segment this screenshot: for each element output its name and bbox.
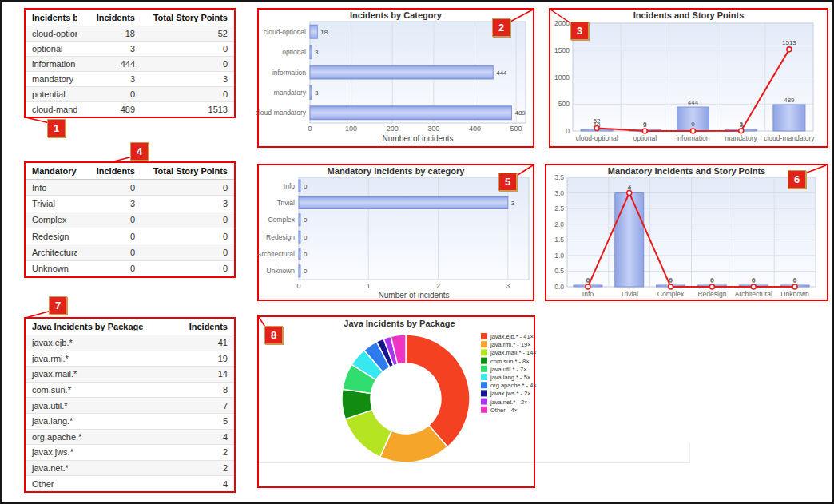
row-value: 489 — [77, 102, 141, 117]
row-label: Redesign — [26, 228, 77, 244]
svg-text:Mandatory Incidents by categor: Mandatory Incidents by category — [328, 166, 466, 176]
table-row: Unknown00 — [26, 260, 234, 276]
highlight-box-5: Mandatory Incidents by category01230Info… — [257, 164, 534, 301]
row-value: 444 — [77, 57, 141, 72]
svg-text:200: 200 — [387, 125, 399, 133]
svg-text:0: 0 — [586, 276, 590, 284]
svg-text:Unknown: Unknown — [267, 267, 296, 275]
table-row: java.lang.*5 — [26, 413, 234, 429]
row-label: Info — [26, 180, 77, 196]
row-label: Architectural — [26, 244, 77, 260]
svg-text:500: 500 — [558, 100, 570, 108]
svg-text:Trivial: Trivial — [621, 290, 638, 298]
row-value: 0 — [77, 244, 141, 260]
svg-text:1: 1 — [367, 282, 371, 290]
table-header-row: Incidents by CategoryIncidentsTotal Stor… — [26, 10, 234, 26]
svg-text:18: 18 — [320, 29, 328, 36]
svg-text:1500: 1500 — [554, 46, 570, 54]
svg-text:1513: 1513 — [782, 39, 796, 46]
table-row: com.sun.*8 — [26, 382, 234, 398]
row-value: 0 — [141, 244, 234, 260]
row-value: 3 — [141, 72, 234, 87]
table-row: org.apache.*4 — [26, 429, 234, 445]
svg-text:0: 0 — [669, 276, 673, 284]
svg-text:2: 2 — [436, 282, 440, 290]
svg-text:444: 444 — [496, 69, 507, 77]
svg-text:java.lang.* - 5×: java.lang.* - 5× — [490, 374, 530, 381]
mandatory-incidents-by-category-chart: Mandatory Incidents by category01230Info… — [259, 165, 533, 300]
row-value: 0 — [77, 260, 141, 276]
row-label: Trivial — [26, 196, 77, 212]
row-value: 5 — [157, 413, 234, 429]
row-label: com.sun.* — [26, 382, 157, 398]
table-row: javax.jws.*2 — [26, 445, 234, 461]
svg-text:500: 500 — [510, 125, 522, 133]
svg-text:com.sun.* - 8×: com.sun.* - 8× — [490, 358, 530, 365]
row-value: 1513 — [141, 102, 234, 117]
table-row: Trivial33 — [26, 196, 234, 212]
row-label: information — [26, 57, 77, 72]
annotation-badge-5: 5 — [498, 173, 517, 191]
svg-text:java.rmi.* - 19×: java.rmi.* - 19× — [490, 341, 531, 348]
svg-text:3: 3 — [628, 183, 632, 190]
table-row: javax.ejb.*41 — [26, 335, 234, 351]
annotation-badge-6: 6 — [788, 170, 806, 189]
annotation-badge-4: 4 — [130, 142, 149, 161]
svg-text:Info: Info — [284, 182, 295, 190]
incidents-and-story-points-chart: Incidents and Story Points05001000150020… — [550, 10, 827, 146]
svg-text:javax.mail.* - 14×: javax.mail.* - 14× — [490, 349, 537, 356]
row-value: 0 — [77, 228, 141, 244]
table-row: Other4 — [26, 476, 234, 491]
row-value: 4 — [157, 476, 234, 491]
row-label: Complex — [26, 212, 77, 228]
table-header-row: Java Incidents by PackageIncidents — [26, 319, 234, 335]
svg-text:cloud-mandatory: cloud-mandatory — [764, 134, 815, 142]
row-label: javax.ejb.* — [26, 335, 157, 351]
svg-text:444: 444 — [688, 99, 699, 106]
row-value: 19 — [157, 351, 234, 367]
mandatory-incidents-by-type-table: Mandatory Incidents by TypeIncidentsTota… — [26, 163, 234, 276]
svg-text:3: 3 — [506, 282, 510, 290]
table-row: mandatory33 — [26, 72, 234, 87]
highlight-box-1: Incidents by CategoryIncidentsTotal Stor… — [24, 8, 236, 118]
row-label: java.net.* — [26, 460, 157, 476]
svg-text:0: 0 — [752, 276, 756, 284]
row-label: cloud-mandatory — [26, 102, 77, 117]
row-value: 14 — [157, 367, 234, 383]
column-header: Incidents — [157, 319, 234, 335]
svg-text:3.0: 3.0 — [554, 189, 564, 197]
row-value: 0 — [141, 180, 234, 196]
highlight-box-4: Mandatory Incidents by TypeIncidentsTota… — [24, 161, 236, 278]
svg-text:mandatory: mandatory — [725, 134, 758, 142]
svg-text:Other - 4×: Other - 4× — [490, 407, 518, 414]
svg-text:0: 0 — [308, 125, 312, 133]
row-label: cloud-optional — [26, 26, 77, 42]
svg-text:Architectural: Architectural — [257, 250, 295, 258]
svg-text:java.util.* - 7×: java.util.* - 7× — [490, 366, 527, 373]
svg-text:100: 100 — [345, 125, 357, 133]
svg-text:3: 3 — [739, 121, 743, 128]
svg-text:optional: optional — [633, 134, 657, 142]
highlight-box-8: Java Incidents by Packagejavax.ejb.* - 4… — [257, 315, 535, 488]
svg-text:information: information — [272, 69, 306, 77]
svg-text:Redesign: Redesign — [697, 290, 726, 298]
java-incidents-by-package-donut-chart: Java Incidents by Packagejavax.ejb.* - 4… — [259, 317, 534, 486]
svg-text:3: 3 — [315, 89, 319, 97]
svg-text:3.5: 3.5 — [554, 173, 564, 181]
svg-text:cloud-mandatory: cloud-mandatory — [256, 109, 307, 117]
row-label: Unknown — [26, 260, 77, 276]
svg-text:52: 52 — [594, 117, 601, 125]
annotation-badge-8: 8 — [264, 326, 283, 344]
column-header: Total Story Points — [141, 10, 234, 26]
row-value: 3 — [77, 72, 141, 87]
row-label: potential — [26, 87, 77, 102]
incidents-by-category-table: Incidents by CategoryIncidentsTotal Stor… — [26, 10, 234, 117]
table-row: Redesign00 — [26, 228, 234, 244]
row-value: 3 — [77, 196, 141, 212]
table-row: java.net.*2 — [26, 460, 234, 476]
table-row: information4440 — [26, 57, 234, 72]
table-row: java.rmi.*19 — [26, 351, 234, 367]
highlight-box-3: Incidents and Story Points05001000150020… — [549, 8, 828, 148]
row-value: 4 — [157, 429, 234, 445]
column-header: Incidents by Category — [26, 10, 77, 26]
